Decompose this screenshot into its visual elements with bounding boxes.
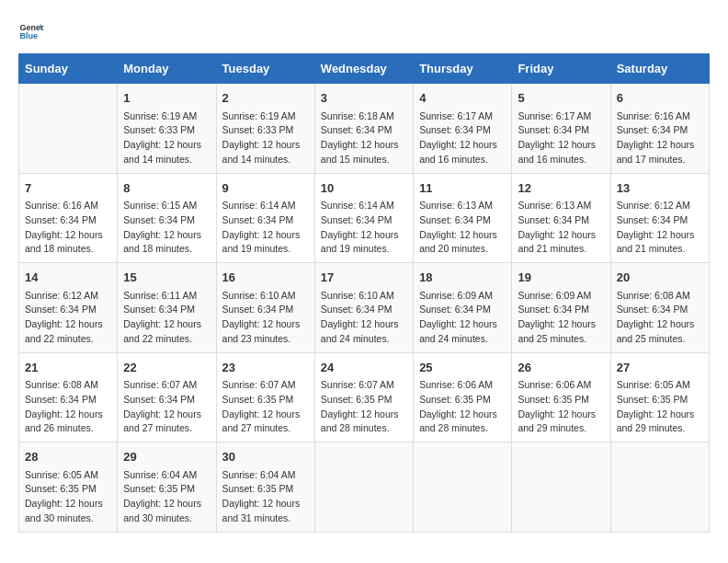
logo-icon: General Blue: [18, 18, 44, 44]
day-info: Sunrise: 6:05 AM Sunset: 6:35 PM Dayligh…: [617, 378, 703, 436]
header-day-friday: Friday: [512, 54, 610, 84]
calendar-cell: 13Sunrise: 6:12 AM Sunset: 6:34 PM Dayli…: [610, 173, 709, 263]
day-info: Sunrise: 6:17 AM Sunset: 6:34 PM Dayligh…: [518, 109, 604, 167]
day-number: 10: [321, 179, 407, 198]
calendar-cell: 9Sunrise: 6:14 AM Sunset: 6:34 PM Daylig…: [216, 173, 314, 263]
week-row-1: 1Sunrise: 6:19 AM Sunset: 6:33 PM Daylig…: [19, 84, 710, 174]
day-number: 18: [419, 269, 506, 287]
day-number: 29: [123, 448, 210, 466]
day-info: Sunrise: 6:13 AM Sunset: 6:34 PM Dayligh…: [518, 199, 604, 257]
header-day-wednesday: Wednesday: [314, 54, 413, 84]
calendar-cell: [414, 442, 512, 533]
calendar-cell: 27Sunrise: 6:05 AM Sunset: 6:35 PM Dayli…: [610, 352, 709, 442]
day-info: Sunrise: 6:14 AM Sunset: 6:34 PM Dayligh…: [321, 199, 407, 257]
day-number: 19: [518, 269, 604, 287]
calendar-cell: 21Sunrise: 6:08 AM Sunset: 6:34 PM Dayli…: [19, 352, 118, 442]
day-number: 9: [222, 179, 309, 198]
day-info: Sunrise: 6:14 AM Sunset: 6:34 PM Dayligh…: [222, 199, 309, 257]
day-info: Sunrise: 6:11 AM Sunset: 6:34 PM Dayligh…: [123, 289, 210, 347]
day-info: Sunrise: 6:07 AM Sunset: 6:35 PM Dayligh…: [222, 378, 309, 436]
day-info: Sunrise: 6:19 AM Sunset: 6:33 PM Dayligh…: [123, 109, 210, 167]
day-number: 25: [419, 359, 506, 377]
day-info: Sunrise: 6:05 AM Sunset: 6:35 PM Dayligh…: [25, 468, 111, 526]
day-number: 13: [617, 179, 703, 198]
week-row-2: 7Sunrise: 6:16 AM Sunset: 6:34 PM Daylig…: [19, 173, 710, 263]
day-number: 4: [419, 89, 506, 108]
day-info: Sunrise: 6:09 AM Sunset: 6:34 PM Dayligh…: [518, 289, 604, 347]
calendar-cell: 16Sunrise: 6:10 AM Sunset: 6:34 PM Dayli…: [216, 263, 314, 353]
week-row-5: 28Sunrise: 6:05 AM Sunset: 6:35 PM Dayli…: [19, 442, 710, 533]
week-row-4: 21Sunrise: 6:08 AM Sunset: 6:34 PM Dayli…: [19, 352, 710, 442]
day-info: Sunrise: 6:07 AM Sunset: 6:35 PM Dayligh…: [321, 378, 407, 436]
calendar-cell: 24Sunrise: 6:07 AM Sunset: 6:35 PM Dayli…: [314, 352, 413, 442]
day-info: Sunrise: 6:16 AM Sunset: 6:34 PM Dayligh…: [25, 199, 111, 257]
day-info: Sunrise: 6:17 AM Sunset: 6:34 PM Dayligh…: [419, 109, 506, 167]
calendar-header-row: SundayMondayTuesdayWednesdayThursdayFrid…: [19, 54, 710, 84]
calendar-cell: 1Sunrise: 6:19 AM Sunset: 6:33 PM Daylig…: [118, 84, 216, 174]
day-info: Sunrise: 6:10 AM Sunset: 6:34 PM Dayligh…: [222, 289, 309, 347]
week-row-3: 14Sunrise: 6:12 AM Sunset: 6:34 PM Dayli…: [19, 263, 710, 353]
day-number: 27: [617, 359, 703, 377]
day-info: Sunrise: 6:12 AM Sunset: 6:34 PM Dayligh…: [25, 289, 111, 347]
calendar-cell: [610, 442, 709, 533]
day-number: 30: [222, 448, 309, 466]
day-info: Sunrise: 6:06 AM Sunset: 6:35 PM Dayligh…: [518, 378, 604, 436]
calendar-cell: 11Sunrise: 6:13 AM Sunset: 6:34 PM Dayli…: [414, 173, 512, 263]
calendar-cell: [19, 84, 118, 174]
day-number: 11: [419, 179, 506, 198]
header-day-tuesday: Tuesday: [216, 54, 314, 84]
day-number: 15: [123, 269, 210, 287]
calendar-cell: 2Sunrise: 6:19 AM Sunset: 6:33 PM Daylig…: [216, 84, 314, 174]
calendar-cell: 14Sunrise: 6:12 AM Sunset: 6:34 PM Dayli…: [19, 263, 118, 353]
day-info: Sunrise: 6:18 AM Sunset: 6:34 PM Dayligh…: [321, 109, 407, 167]
day-info: Sunrise: 6:12 AM Sunset: 6:34 PM Dayligh…: [617, 199, 703, 257]
calendar-cell: [512, 442, 610, 533]
day-number: 5: [518, 89, 604, 108]
calendar-cell: 4Sunrise: 6:17 AM Sunset: 6:34 PM Daylig…: [414, 84, 512, 174]
calendar-header: SundayMondayTuesdayWednesdayThursdayFrid…: [19, 54, 710, 84]
day-number: 2: [222, 89, 309, 108]
day-number: 6: [617, 89, 703, 108]
day-info: Sunrise: 6:16 AM Sunset: 6:34 PM Dayligh…: [617, 109, 703, 167]
day-info: Sunrise: 6:08 AM Sunset: 6:34 PM Dayligh…: [25, 378, 111, 436]
calendar-cell: 6Sunrise: 6:16 AM Sunset: 6:34 PM Daylig…: [610, 84, 709, 174]
day-number: 23: [222, 359, 309, 377]
calendar-table: SundayMondayTuesdayWednesdayThursdayFrid…: [18, 53, 710, 533]
day-number: 3: [321, 89, 407, 108]
calendar-cell: 30Sunrise: 6:04 AM Sunset: 6:35 PM Dayli…: [216, 442, 314, 533]
day-info: Sunrise: 6:08 AM Sunset: 6:34 PM Dayligh…: [617, 289, 703, 347]
day-number: 1: [123, 89, 210, 108]
day-number: 24: [321, 359, 407, 377]
calendar-cell: 23Sunrise: 6:07 AM Sunset: 6:35 PM Dayli…: [216, 352, 314, 442]
calendar-body: 1Sunrise: 6:19 AM Sunset: 6:33 PM Daylig…: [19, 84, 710, 533]
day-info: Sunrise: 6:13 AM Sunset: 6:34 PM Dayligh…: [419, 199, 506, 257]
day-number: 16: [222, 269, 309, 287]
calendar-cell: 3Sunrise: 6:18 AM Sunset: 6:34 PM Daylig…: [314, 84, 413, 174]
header-day-sunday: Sunday: [19, 54, 118, 84]
calendar-cell: 28Sunrise: 6:05 AM Sunset: 6:35 PM Dayli…: [19, 442, 118, 533]
svg-text:Blue: Blue: [19, 31, 38, 40]
header-day-saturday: Saturday: [610, 54, 709, 84]
day-info: Sunrise: 6:06 AM Sunset: 6:35 PM Dayligh…: [419, 378, 506, 436]
calendar-cell: 15Sunrise: 6:11 AM Sunset: 6:34 PM Dayli…: [118, 263, 216, 353]
calendar-cell: 26Sunrise: 6:06 AM Sunset: 6:35 PM Dayli…: [512, 352, 610, 442]
day-info: Sunrise: 6:04 AM Sunset: 6:35 PM Dayligh…: [123, 468, 210, 526]
calendar-cell: 20Sunrise: 6:08 AM Sunset: 6:34 PM Dayli…: [610, 263, 709, 353]
calendar-cell: [314, 442, 413, 533]
day-number: 26: [518, 359, 604, 377]
calendar-cell: 18Sunrise: 6:09 AM Sunset: 6:34 PM Dayli…: [414, 263, 512, 353]
calendar-cell: 22Sunrise: 6:07 AM Sunset: 6:34 PM Dayli…: [118, 352, 216, 442]
day-info: Sunrise: 6:15 AM Sunset: 6:34 PM Dayligh…: [123, 199, 210, 257]
day-info: Sunrise: 6:10 AM Sunset: 6:34 PM Dayligh…: [321, 289, 407, 347]
calendar-cell: 19Sunrise: 6:09 AM Sunset: 6:34 PM Dayli…: [512, 263, 610, 353]
day-number: 14: [25, 269, 111, 287]
calendar-cell: 17Sunrise: 6:10 AM Sunset: 6:34 PM Dayli…: [314, 263, 413, 353]
calendar-cell: 8Sunrise: 6:15 AM Sunset: 6:34 PM Daylig…: [118, 173, 216, 263]
day-number: 28: [25, 448, 111, 466]
calendar-cell: 25Sunrise: 6:06 AM Sunset: 6:35 PM Dayli…: [414, 352, 512, 442]
calendar-cell: 10Sunrise: 6:14 AM Sunset: 6:34 PM Dayli…: [314, 173, 413, 263]
day-info: Sunrise: 6:07 AM Sunset: 6:34 PM Dayligh…: [123, 378, 210, 436]
header-day-monday: Monday: [118, 54, 216, 84]
calendar-cell: 5Sunrise: 6:17 AM Sunset: 6:34 PM Daylig…: [512, 84, 610, 174]
logo: General Blue: [18, 18, 44, 44]
